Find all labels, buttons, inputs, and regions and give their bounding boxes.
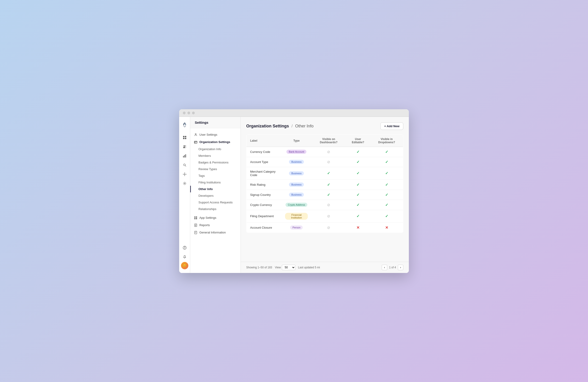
type-badge: Person [290, 225, 303, 230]
sidebar-sub-members[interactable]: Members [190, 152, 240, 159]
sidebar-sub-other-info[interactable]: Other Info [190, 186, 240, 192]
sidebar-sub-relationships[interactable]: Relationships [190, 206, 240, 212]
cell-visible-dash: ⊘ [312, 210, 346, 222]
app-settings-label: App Settings [199, 216, 216, 220]
cell-visible-dash: ⊘ [312, 147, 346, 157]
cell-user-editable: ✓ [346, 147, 370, 157]
main-sidebar: Settings User Settings Organization Sett… [190, 117, 241, 273]
check-icon: ✓ [385, 214, 388, 218]
close-dot[interactable] [183, 112, 186, 114]
gear-nav-icon[interactable] [181, 179, 189, 188]
cell-visible-dash: ⊘ [312, 222, 346, 233]
cell-visible-dash: ⊘ [312, 157, 346, 167]
check-icon: ✓ [385, 203, 388, 207]
svg-point-15 [184, 175, 185, 176]
showing-text: Showing 1–50 of 183 [246, 266, 272, 269]
help-nav-icon[interactable] [181, 243, 189, 252]
svg-rect-1 [185, 136, 186, 137]
app-settings-icon [194, 216, 198, 220]
type-badge: Business [289, 182, 304, 187]
sidebar-sub-filing-institutions[interactable]: Filing Institutions [190, 179, 240, 186]
col-header-visible-dash: Visible on Dashboards? [312, 135, 346, 147]
page-indicator: 1 of 4 [389, 266, 396, 269]
type-badge: Financial Institution [285, 213, 308, 220]
app-logo [181, 121, 189, 129]
cell-user-editable: ✓ [346, 190, 370, 200]
cell-user-editable: ✓ [346, 200, 370, 210]
svg-point-12 [184, 172, 185, 173]
analytics-nav-icon[interactable] [181, 152, 189, 160]
sidebar-item-user-settings[interactable]: User Settings [190, 131, 240, 139]
sidebar-sub-tags[interactable]: Tags [190, 172, 240, 179]
check-icon: ✓ [385, 193, 388, 197]
users-nav-icon[interactable] [181, 142, 189, 151]
check-icon: ✓ [357, 203, 359, 207]
data-table: Label Type Visible on Dashboards? User E… [246, 135, 403, 233]
cell-visible-drop: ✓ [370, 167, 403, 180]
table-row[interactable]: Risk RatingBusiness✓✓✓ [247, 180, 403, 190]
general-info-label: General Information [199, 231, 226, 234]
view-select-dropdown[interactable]: 50 10 25 100 [282, 265, 295, 270]
svg-rect-6 [183, 156, 184, 158]
cell-visible-drop: ✓ [370, 180, 403, 190]
svg-point-9 [184, 164, 185, 166]
cell-type: Business [281, 180, 312, 190]
next-page-button[interactable]: › [398, 265, 403, 270]
sidebar-item-reports[interactable]: Reports [190, 221, 240, 229]
browser-window: 😊 Settings User Settings O [179, 109, 409, 273]
sidebar-sub-review-types[interactable]: Review Types [190, 166, 240, 172]
cell-type: Bank Account [281, 147, 312, 157]
breadcrumb: Organization Settings / Other Info [246, 124, 314, 129]
type-badge: Crypto Address [286, 203, 307, 207]
org-settings-label: Organization Settings [199, 140, 230, 144]
maximize-dot[interactable] [192, 112, 195, 114]
breadcrumb-parent: Organization Settings [246, 124, 289, 128]
type-badge: Business [289, 160, 304, 164]
table-row[interactable]: Crypto CurrencyCrypto Address⊘✓✓ [247, 200, 403, 210]
svg-point-13 [186, 174, 186, 175]
check-icon: ✓ [357, 150, 359, 154]
dash-icon: ⊘ [327, 160, 330, 164]
cell-type: Business [281, 190, 312, 200]
sidebar-item-org-settings[interactable]: Organization Settings [190, 139, 240, 146]
user-avatar[interactable]: 😊 [181, 262, 188, 269]
col-header-label: Label [247, 135, 282, 147]
sidebar-sub-support-access[interactable]: Support Access Requests [190, 199, 240, 206]
cell-label: Account Type [247, 157, 282, 167]
sidebar-item-general-info[interactable]: General Information [190, 229, 240, 236]
cell-visible-drop: ✕ [370, 222, 403, 233]
user-settings-label: User Settings [199, 133, 217, 136]
breadcrumb-current: Other Info [295, 124, 314, 128]
svg-rect-29 [194, 218, 195, 219]
table-row[interactable]: Account ClosurePerson⊘✕✕ [247, 222, 403, 233]
table-row[interactable]: Signup CountryBusiness✓✓✓ [247, 190, 403, 200]
bell-nav-icon[interactable] [181, 253, 189, 261]
cell-visible-drop: ✓ [370, 157, 403, 167]
prev-page-button[interactable]: ‹ [382, 265, 387, 270]
dashboard-nav-icon[interactable] [181, 133, 189, 142]
sidebar-item-app-settings[interactable]: App Settings [190, 214, 240, 221]
svg-rect-3 [185, 138, 186, 139]
svg-rect-0 [183, 136, 185, 137]
cell-user-editable: ✕ [346, 222, 370, 233]
cell-user-editable: ✓ [346, 180, 370, 190]
dash-icon: ⊘ [327, 150, 330, 154]
dash-icon: ⊘ [327, 203, 330, 207]
minimize-dot[interactable] [188, 112, 190, 114]
sidebar-sub-badges[interactable]: Badges & Permissions [190, 159, 240, 166]
sidebar-sub-developers[interactable]: Developers [190, 192, 240, 199]
cell-visible-dash: ✓ [312, 180, 346, 190]
search-nav-icon[interactable] [181, 161, 189, 169]
type-badge: Business [289, 171, 304, 175]
cross-icon: ✕ [357, 226, 359, 230]
cell-label: Merchant Category Code [247, 167, 282, 180]
table-row[interactable]: Account TypeBusiness⊘✓✓ [247, 157, 403, 167]
add-new-button[interactable]: + Add New [380, 122, 403, 130]
sidebar-sub-org-info[interactable]: Organization Info [190, 146, 240, 152]
table-row[interactable]: Merchant Category CodeBusiness✓✓✓ [247, 167, 403, 180]
network-nav-icon[interactable] [181, 170, 189, 178]
table-row[interactable]: Filing DepartmentFinancial Institution⊘✓… [247, 210, 403, 222]
table-row[interactable]: Currency CodeBank Account⊘✓✓ [247, 147, 403, 157]
cell-visible-drop: ✓ [370, 147, 403, 157]
cell-visible-drop: ✓ [370, 190, 403, 200]
